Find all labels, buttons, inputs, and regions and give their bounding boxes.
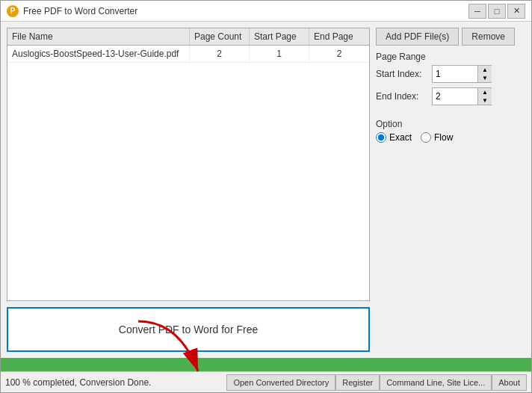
maximize-button[interactable]: □ [488,4,506,19]
start-index-down[interactable]: ▼ [478,74,492,82]
progress-bar-area [1,358,531,371]
close-button[interactable]: ✕ [507,4,525,19]
cell-endpage: 2 [309,46,369,62]
flow-radio[interactable] [421,132,431,143]
page-range-label: Page Range [376,52,525,62]
end-index-down[interactable]: ▼ [478,96,492,105]
exact-option[interactable]: Exact [376,132,412,143]
register-button[interactable]: Register [335,374,380,391]
window-title: Free PDF to Word Converter [23,6,468,16]
col-pagecount: Page Count [190,28,250,45]
radio-group: Exact Flow [376,132,525,143]
start-index-spin-buttons: ▲ ▼ [477,66,492,82]
option-section: Option Exact Flow [376,119,525,143]
title-bar: P Free PDF to Word Converter ─ □ ✕ [1,1,531,22]
option-label: Option [376,119,525,129]
window-controls: ─ □ ✕ [468,4,525,19]
convert-btn-area: Convert PDF to Word for Free [7,301,370,352]
content-area: File Name Page Count Start Page End Page… [1,22,531,358]
add-pdf-button[interactable]: Add PDF File(s) [376,28,459,46]
col-startpage: Start Page [250,28,309,45]
minimize-button[interactable]: ─ [468,4,486,19]
app-icon: P [7,5,19,17]
file-table: File Name Page Count Start Page End Page… [7,28,370,301]
col-filename: File Name [7,28,190,45]
remove-button[interactable]: Remove [462,28,515,46]
table-body: Auslogics-BoostSpeed-13-User-Guide.pdf 2… [7,46,369,63]
exact-label: Exact [389,132,412,143]
start-index-spinner[interactable]: ▲ ▼ [432,65,492,83]
end-index-input[interactable] [433,90,477,103]
end-index-row: End Index: ▲ ▼ [376,87,525,105]
end-index-up[interactable]: ▲ [478,88,492,96]
cell-pagecount: 2 [190,46,250,62]
action-buttons: Add PDF File(s) Remove [376,28,525,46]
flow-option[interactable]: Flow [421,132,453,143]
about-button[interactable]: About [492,374,527,391]
flow-label: Flow [434,132,453,143]
convert-button[interactable]: Convert PDF to Word for Free [7,307,370,352]
status-text: 100 % completed, Conversion Done. [5,377,226,388]
end-index-spin-buttons: ▲ ▼ [477,88,492,105]
page-range-section: Page Range Start Index: ▲ ▼ End Index: [376,52,525,110]
start-index-label: Start Index: [376,69,432,79]
open-converted-directory-button[interactable]: Open Converted Directory [226,374,335,391]
right-panel: Add PDF File(s) Remove Page Range Start … [376,28,525,352]
progress-bar-fill [1,358,531,371]
end-index-label: End Index: [376,91,432,102]
cell-filename: Auslogics-BoostSpeed-13-User-Guide.pdf [7,46,190,62]
table-row: Auslogics-BoostSpeed-13-User-Guide.pdf 2… [7,46,369,63]
left-panel: File Name Page Count Start Page End Page… [7,28,370,352]
status-bar: 100 % completed, Conversion Done. Open C… [1,371,531,392]
table-header: File Name Page Count Start Page End Page [7,28,369,46]
cell-startpage: 1 [250,46,309,62]
start-index-up[interactable]: ▲ [478,66,492,74]
col-endpage: End Page [309,28,369,45]
main-window: P Free PDF to Word Converter ─ □ ✕ File … [0,0,532,393]
exact-radio[interactable] [376,132,386,143]
start-index-input[interactable] [433,67,477,81]
command-line-button[interactable]: Command Line, Site Lice... [380,374,492,391]
end-index-spinner[interactable]: ▲ ▼ [432,87,492,105]
start-index-row: Start Index: ▲ ▼ [376,65,525,83]
